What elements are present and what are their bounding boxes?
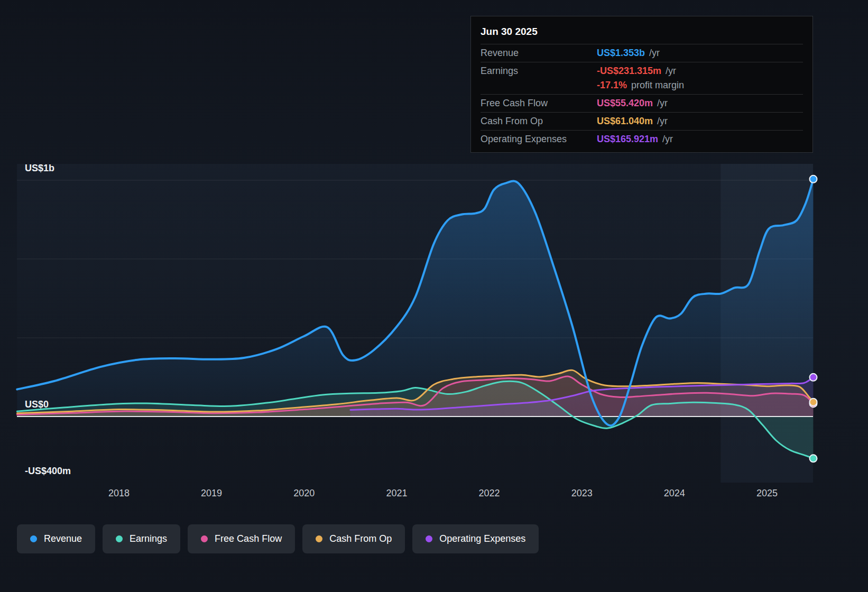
tooltip-row-value: US$61.040m bbox=[597, 116, 653, 127]
x-axis-label-2025: 2025 bbox=[756, 488, 778, 498]
legend-dot-operating-expenses bbox=[426, 535, 432, 542]
legend-label: Cash From Op bbox=[329, 533, 392, 544]
legend-dot-earnings bbox=[116, 535, 123, 542]
series-endpoint-earnings[interactable] bbox=[810, 455, 817, 462]
legend-dot-free-cash-flow bbox=[201, 535, 208, 542]
series-endpoint-revenue[interactable] bbox=[810, 175, 817, 183]
tooltip-row-operating-expenses: Operating ExpensesUS$165.921m/yr bbox=[481, 130, 803, 148]
legend-item-free-cash-flow[interactable]: Free Cash Flow bbox=[188, 524, 295, 553]
tooltip-row-suffix: /yr bbox=[657, 116, 668, 127]
legend-label: Earnings bbox=[130, 533, 167, 544]
series-endpoint-cash-from-op[interactable] bbox=[810, 399, 817, 406]
y-axis-label-US$0: US$0 bbox=[25, 399, 49, 410]
legend-label: Free Cash Flow bbox=[215, 533, 282, 544]
legend-item-earnings[interactable]: Earnings bbox=[103, 524, 180, 553]
series-endpoint-operating-expenses[interactable] bbox=[810, 374, 817, 381]
tooltip-row-cash-from-op: Cash From OpUS$61.040m/yr bbox=[481, 112, 803, 130]
tooltip-row-suffix: /yr bbox=[666, 66, 676, 77]
chart-tooltip: Jun 30 2025 RevenueUS$1.353b/yrEarnings-… bbox=[470, 16, 813, 153]
tooltip-row-suffix: profit margin bbox=[631, 80, 684, 91]
tooltip-row-value: -US$231.315m bbox=[597, 66, 661, 77]
tooltip-date: Jun 30 2025 bbox=[481, 24, 803, 44]
x-axis-label-2020: 2020 bbox=[293, 488, 315, 498]
x-axis-label-2022: 2022 bbox=[478, 488, 500, 498]
legend-label: Revenue bbox=[44, 533, 82, 544]
tooltip-row-earnings: Earnings-US$231.315m/yr bbox=[481, 62, 803, 80]
legend-label: Operating Expenses bbox=[439, 533, 525, 544]
legend-dot-cash-from-op bbox=[316, 535, 322, 542]
tooltip-row-label: Cash From Op bbox=[481, 116, 597, 127]
tooltip-rows: RevenueUS$1.353b/yrEarnings-US$231.315m/… bbox=[481, 44, 803, 148]
x-axis-label-2024: 2024 bbox=[664, 488, 685, 498]
tooltip-row-suffix: /yr bbox=[657, 98, 668, 109]
x-axis-label-2019: 2019 bbox=[201, 488, 222, 498]
tooltip-row-revenue: RevenueUS$1.353b/yr bbox=[481, 44, 803, 62]
tooltip-row-label: Revenue bbox=[481, 48, 597, 59]
tooltip-row-label: Operating Expenses bbox=[481, 134, 597, 145]
tooltip-row-suffix: /yr bbox=[649, 48, 660, 59]
tooltip-row-free-cash-flow: Free Cash FlowUS$55.420m/yr bbox=[481, 94, 803, 112]
tooltip-row-value: -17.1% bbox=[597, 80, 627, 91]
legend-dot-revenue bbox=[30, 535, 37, 542]
tooltip-row-value: US$55.420m bbox=[597, 98, 653, 109]
chart-legend: RevenueEarningsFree Cash FlowCash From O… bbox=[17, 524, 539, 553]
financial-chart-page: Jun 30 2025 RevenueUS$1.353b/yrEarnings-… bbox=[0, 0, 868, 592]
tooltip-row-suffix: /yr bbox=[662, 134, 673, 145]
tooltip-row-value: US$165.921m bbox=[597, 134, 658, 145]
legend-item-cash-from-op[interactable]: Cash From Op bbox=[302, 524, 405, 553]
x-axis-label-2018: 2018 bbox=[108, 488, 130, 498]
tooltip-row-profit-margin: -17.1%profit margin bbox=[481, 80, 803, 94]
legend-item-operating-expenses[interactable]: Operating Expenses bbox=[412, 524, 539, 553]
tooltip-row-label: Earnings bbox=[481, 66, 597, 77]
x-axis-label-2021: 2021 bbox=[386, 488, 407, 498]
y-axis-label--US$400m: -US$400m bbox=[25, 466, 71, 476]
legend-item-revenue[interactable]: Revenue bbox=[17, 524, 95, 553]
x-axis-label-2023: 2023 bbox=[571, 488, 593, 498]
y-axis-label-US$1b: US$1b bbox=[25, 163, 54, 173]
tooltip-row-value: US$1.353b bbox=[597, 48, 645, 59]
tooltip-row-label: Free Cash Flow bbox=[481, 98, 597, 109]
